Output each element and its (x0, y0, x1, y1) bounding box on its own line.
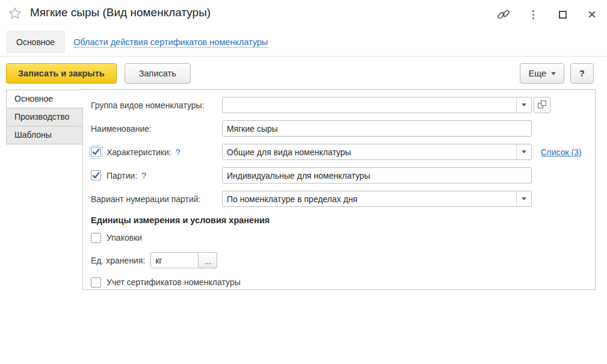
characteristics-label: Характеристики: (106, 147, 171, 157)
dropdown-arrow-icon[interactable] (516, 191, 531, 206)
batches-field[interactable] (222, 167, 532, 184)
side-tab-templates[interactable]: Шаблоны (6, 126, 83, 144)
maximize-icon[interactable] (556, 8, 569, 21)
characteristics-combobox[interactable] (222, 144, 532, 160)
page-title: Мягкие сыры (Вид номенклатуры) (30, 6, 211, 19)
storage-unit-field[interactable] (150, 252, 199, 268)
batches-label: Партии: (106, 171, 137, 180)
chevron-down-icon (551, 72, 556, 75)
help-button[interactable]: ? (570, 63, 594, 84)
name-label: Наименование: (91, 124, 222, 134)
cert-tracking-checkbox[interactable] (91, 277, 101, 288)
save-and-close-button[interactable]: Записать и закрыть (6, 63, 117, 84)
nomenclature-group-combobox[interactable] (222, 97, 532, 113)
row-packaging: Упаковки (91, 231, 588, 244)
nomenclature-group-input[interactable] (223, 97, 516, 113)
nomenclature-group-label: Группа видов номенклатуры: (91, 100, 222, 110)
packaging-checkbox[interactable] (91, 233, 101, 243)
batches-input[interactable] (223, 168, 531, 183)
cert-tracking-label: Учет сертификатов номенклатуры (106, 277, 241, 287)
toolbar: Записать и закрыть Записать Еще ? (6, 63, 594, 84)
row-characteristics: Характеристики: ? Список (3) (91, 144, 588, 160)
row-storage-unit: Ед. хранения: ... (91, 252, 588, 268)
more-button[interactable]: Еще (520, 63, 564, 84)
name-field[interactable] (222, 120, 532, 137)
checkmark-icon (92, 148, 100, 156)
storage-unit-choose-button[interactable]: ... (199, 252, 217, 268)
dropdown-arrow-icon[interactable] (516, 144, 531, 159)
batch-numbering-label: Вариант нумерации партий: (91, 194, 222, 204)
favorite-star-icon[interactable] (8, 7, 22, 20)
characteristics-list-link[interactable]: Список (3) (541, 147, 582, 157)
checkmark-icon (92, 171, 100, 179)
characteristics-help-icon[interactable]: ? (176, 147, 180, 157)
nav-row: Основное Области действия сертификатов н… (6, 30, 268, 54)
characteristics-checkbox[interactable] (91, 147, 101, 157)
more-menu-icon[interactable] (526, 8, 540, 21)
storage-unit-label: Ед. хранения: (91, 256, 145, 265)
batch-numbering-input[interactable] (223, 191, 516, 206)
storage-unit-input[interactable] (151, 253, 198, 268)
side-tab-main[interactable]: Основное (6, 90, 84, 108)
more-button-label: Еще (528, 69, 546, 78)
batches-help-icon[interactable]: ? (141, 171, 146, 180)
main-form-panel: Группа видов номенклатуры: Наименование: (82, 89, 596, 290)
nav-link-cert-areas[interactable]: Области действия сертификатов номенклату… (73, 37, 268, 48)
row-nomenclature-group: Группа видов номенклатуры: (91, 97, 588, 113)
row-name: Наименование: (91, 120, 588, 137)
name-input[interactable] (223, 121, 531, 136)
units-section-header: Единицы измерения и условия хранения (91, 215, 588, 225)
characteristics-input[interactable] (223, 144, 516, 159)
close-icon[interactable]: × (585, 8, 599, 21)
form-window: Мягкие сыры (Вид номенклатуры) × Основно… (0, 0, 607, 364)
side-tabs: Основное Производство Шаблоны (6, 90, 83, 144)
titlebar: Мягкие сыры (Вид номенклатуры) × (0, 0, 607, 28)
side-tab-production[interactable]: Производство (6, 108, 83, 126)
separator (0, 56, 607, 57)
batches-checkbox[interactable] (91, 170, 101, 180)
copy-link-icon[interactable] (497, 8, 510, 21)
batch-numbering-combobox[interactable] (222, 191, 532, 207)
open-form-icon[interactable] (534, 97, 550, 113)
nav-tab-main[interactable]: Основное (6, 31, 65, 54)
dropdown-arrow-icon[interactable] (516, 97, 531, 113)
row-cert-tracking: Учет сертификатов номенклатуры (91, 276, 588, 289)
packaging-label: Упаковки (106, 233, 142, 242)
save-button[interactable]: Записать (125, 63, 191, 84)
row-batches: Партии: ? (91, 167, 588, 184)
row-batch-numbering: Вариант нумерации партий: (91, 191, 588, 207)
